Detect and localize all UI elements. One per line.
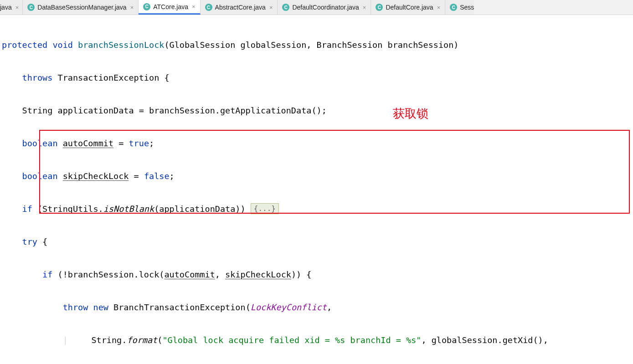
tab-defaultcore[interactable]: C DefaultCore.java ×: [371, 0, 445, 15]
tab-label: DefaultCoordinator.java: [292, 4, 359, 11]
close-icon[interactable]: ×: [129, 4, 135, 11]
code-editor[interactable]: protected void branchSessionLock(GlobalS…: [0, 15, 633, 364]
code-line: throws TransactionException {: [2, 70, 633, 86]
class-icon: C: [450, 4, 457, 11]
code-line: protected void branchSessionLock(GlobalS…: [2, 37, 633, 53]
tab-partial-right[interactable]: C Sess: [445, 0, 474, 15]
tab-label: DataBaseSessionManager.java: [37, 4, 126, 11]
close-icon[interactable]: ×: [436, 4, 442, 11]
tab-defaultcoordinator[interactable]: C DefaultCoordinator.java ×: [278, 0, 371, 15]
class-icon: C: [143, 3, 150, 10]
code-line: | String.format("Global lock acquire fai…: [2, 332, 633, 349]
class-icon: C: [376, 4, 383, 11]
tab-partial-left[interactable]: java ×: [0, 0, 23, 15]
code-line: if (!branchSession.lock(autoCommit, skip…: [2, 267, 633, 283]
code-line: boolean skipCheckLock = false;: [2, 168, 633, 185]
code-line: if (StringUtils.isNotBlank(applicationDa…: [2, 201, 633, 217]
code-line: String applicationData = branchSession.g…: [2, 103, 633, 119]
tab-database-session-manager[interactable]: C DataBaseSessionManager.java ×: [23, 0, 139, 15]
tab-atcore[interactable]: C ATCore.java ×: [139, 0, 200, 15]
tab-label: AbstractCore.java: [215, 4, 266, 11]
code-line: boolean autoCommit = true;: [2, 135, 633, 152]
class-icon: C: [205, 4, 212, 11]
close-icon[interactable]: ×: [362, 4, 367, 11]
code-line: try {: [2, 234, 633, 250]
class-icon: C: [282, 4, 289, 11]
tab-label: Sess: [460, 4, 474, 11]
tab-bar: java × C DataBaseSessionManager.java × C…: [0, 0, 633, 15]
tab-label: ATCore.java: [153, 3, 188, 10]
fold-region[interactable]: {...}: [251, 203, 279, 214]
class-icon: C: [27, 4, 35, 11]
code-line: throw new BranchTransactionException(Loc…: [2, 299, 633, 316]
tab-label: DefaultCore.java: [386, 4, 433, 11]
tab-abstractcore[interactable]: C AbstractCore.java ×: [201, 0, 278, 15]
tab-label: java: [0, 4, 12, 11]
close-icon[interactable]: ×: [191, 3, 196, 10]
annotation-label: 获取锁: [393, 105, 428, 122]
close-icon[interactable]: ×: [15, 4, 20, 11]
close-icon[interactable]: ×: [268, 4, 274, 11]
